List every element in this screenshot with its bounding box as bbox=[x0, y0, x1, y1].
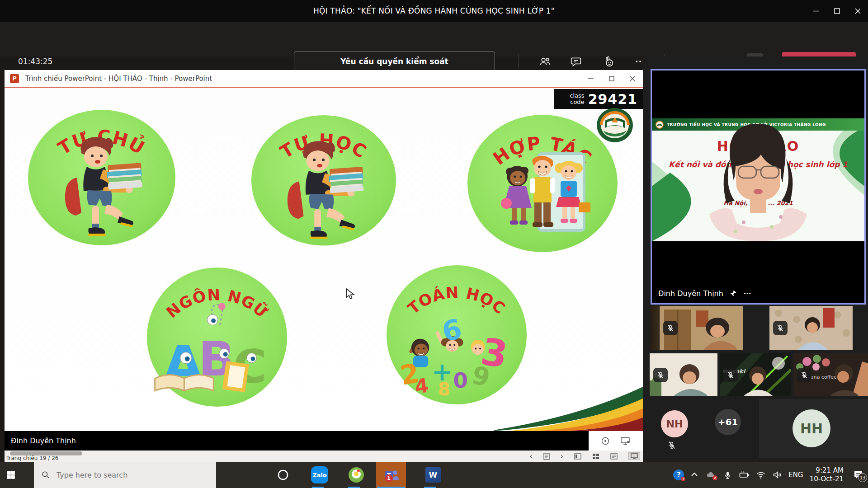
teams-notification-badge: 1 bbox=[385, 474, 393, 482]
mic-off-badge bbox=[653, 368, 668, 382]
mic-off-badge bbox=[723, 368, 738, 382]
powerpoint-titlebar[interactable]: P Trình chiếu PowerPoint - HỘI THẢO - Th… bbox=[5, 70, 643, 87]
notification-count: 13 bbox=[858, 473, 867, 482]
avatar-hh[interactable]: HH bbox=[793, 409, 830, 447]
powerpoint-title: Trình chiếu PowerPoint - HỘI THẢO - Thịn… bbox=[25, 75, 212, 83]
meeting-toolbar: 01:43:25 Yêu cầu quyền kiểm soát Rời đi bbox=[0, 22, 868, 56]
mouse-cursor bbox=[346, 288, 356, 300]
minimize-button[interactable] bbox=[806, 0, 826, 22]
presenter-person bbox=[690, 118, 826, 241]
reading-view-icon[interactable] bbox=[610, 453, 618, 460]
help-tray-icon[interactable]: ? ! bbox=[673, 469, 684, 480]
laser-pointer-icon[interactable] bbox=[601, 436, 610, 446]
slide-circle-tu-hoc: TỰ HỌC bbox=[250, 114, 397, 262]
taskbar-date: 10-Oct-21 bbox=[810, 475, 844, 483]
mic-off-badge bbox=[773, 321, 788, 335]
cortana-icon[interactable] bbox=[272, 462, 294, 488]
slide-circle-tu-chu: TỰ CHỦ bbox=[27, 110, 176, 259]
end-show-monitor-icon[interactable] bbox=[621, 436, 631, 446]
windows-taskbar: Zalo T 1 W ? ! ✕ bbox=[0, 462, 868, 488]
reactions-icon[interactable] bbox=[599, 52, 618, 71]
avatar-nh[interactable]: NH bbox=[661, 410, 688, 437]
action-center-icon[interactable]: 13 bbox=[853, 469, 863, 480]
participant-video[interactable] bbox=[660, 306, 743, 350]
slide-sorter-icon[interactable] bbox=[592, 453, 599, 460]
participant-video[interactable] bbox=[650, 353, 717, 396]
svg-text:0: 0 bbox=[453, 368, 468, 393]
volume-icon[interactable] bbox=[772, 470, 782, 480]
previous-slide-icon[interactable]: ‹ bbox=[529, 452, 532, 460]
notes-icon[interactable] bbox=[543, 453, 550, 460]
slideshow-toolbar bbox=[589, 431, 643, 450]
next-slide-icon[interactable]: › bbox=[561, 452, 563, 460]
overflow-count-badge[interactable]: +61 bbox=[715, 409, 741, 435]
tile-more-options-icon[interactable]: ⋯ bbox=[744, 289, 752, 298]
request-control-button[interactable]: Yêu cầu quyền kiểm soát bbox=[294, 52, 495, 71]
teams-meeting-screen: HỘI THẢO: "KẾT NỐI VÀ ĐỒNG HÀNH CÙNG HỌC… bbox=[0, 0, 868, 488]
mic-off-badge bbox=[797, 368, 811, 382]
meeting-titlebar: HỘI THẢO: "KẾT NỐI VÀ ĐỒNG HÀNH CÙNG HỌC… bbox=[0, 0, 868, 22]
class-code-value: 29421 bbox=[588, 91, 637, 107]
slide-counter: Trang chiếu 19 / 26 bbox=[6, 455, 58, 461]
ppt-minimize-button[interactable] bbox=[580, 70, 601, 87]
meeting-title: HỘI THẢO: "KẾT NỐI VÀ ĐỒNG HÀNH CÙNG HỌC… bbox=[313, 6, 555, 15]
ppt-close-button[interactable] bbox=[622, 70, 643, 87]
mic-off-badge bbox=[663, 321, 678, 335]
slide-presenter-name: Đinh Duyên Thịnh bbox=[11, 436, 76, 445]
slide-canvas: classcode 29421 bbox=[5, 88, 643, 431]
slideshow-view-icon[interactable] bbox=[628, 452, 640, 460]
onedrive-paused-icon[interactable]: ✕ bbox=[705, 469, 717, 480]
slide-circle-hop-tac: HỢP TÁC bbox=[467, 114, 618, 254]
pinned-video-tile[interactable]: TRƯỜNG TIỂU HỌC VÀ TRUNG HỌC CƠ SỞ VICTO… bbox=[651, 69, 866, 305]
toolbar-divider bbox=[519, 54, 519, 68]
participant-video[interactable] bbox=[769, 306, 853, 350]
pin-icon bbox=[730, 290, 737, 297]
slide-circle-ngon-ngu: NGÔN NGỮ A B C bbox=[146, 267, 288, 408]
pinned-participant-name: Đinh Duyên Thịnh bbox=[658, 289, 723, 298]
zalo-icon[interactable]: Zalo bbox=[309, 462, 330, 488]
battery-icon[interactable] bbox=[739, 469, 750, 480]
mic-tray-icon[interactable] bbox=[723, 470, 732, 480]
taskbar-time: 9:21 AM bbox=[810, 466, 844, 475]
coccoc-browser-icon[interactable] bbox=[345, 462, 367, 488]
ppt-maximize-button[interactable] bbox=[601, 70, 622, 87]
presentation-name-bar: Đinh Duyên Thịnh bbox=[5, 431, 643, 450]
participant-video[interactable]: wasaki bbox=[720, 353, 791, 396]
start-button[interactable] bbox=[0, 462, 22, 488]
maximize-button[interactable] bbox=[826, 0, 847, 22]
class-code-badge: classcode 29421 bbox=[554, 89, 643, 109]
svg-text:8: 8 bbox=[438, 379, 450, 399]
taskbar-clock[interactable]: 9:21 AM 10-Oct-21 bbox=[810, 466, 844, 483]
powerpoint-icon: P bbox=[10, 74, 19, 83]
svg-text:ana coffee: ana coffee bbox=[811, 374, 837, 380]
tray-expand-icon[interactable] bbox=[690, 471, 698, 479]
slide-corner-swoosh bbox=[494, 377, 643, 431]
close-button[interactable] bbox=[847, 0, 868, 22]
school-banner-logo bbox=[656, 121, 664, 129]
virtual-background: TRƯỜNG TIỂU HỌC VÀ TRUNG HỌC CƠ SỞ VICTO… bbox=[652, 118, 864, 241]
participants-icon[interactable] bbox=[535, 52, 555, 71]
normal-view-icon[interactable] bbox=[574, 453, 581, 460]
taskbar-search[interactable] bbox=[34, 462, 216, 488]
powerpoint-statusbar: Trang chiếu 19 / 26 ‹ › bbox=[5, 450, 643, 462]
language-indicator[interactable]: ENG bbox=[788, 471, 803, 479]
search-input[interactable] bbox=[56, 470, 193, 480]
mic-off-icon bbox=[667, 441, 676, 450]
powerpoint-window: P Trình chiếu PowerPoint - HỘI THẢO - Th… bbox=[5, 70, 643, 462]
search-icon bbox=[41, 470, 50, 479]
teams-icon[interactable]: T 1 bbox=[376, 462, 406, 488]
participant-video[interactable]: ana coffee bbox=[793, 353, 868, 396]
wifi-icon[interactable] bbox=[756, 470, 766, 480]
word-icon[interactable]: W bbox=[422, 462, 444, 488]
chat-icon[interactable] bbox=[566, 52, 586, 71]
participant-video-edge[interactable] bbox=[650, 306, 659, 350]
